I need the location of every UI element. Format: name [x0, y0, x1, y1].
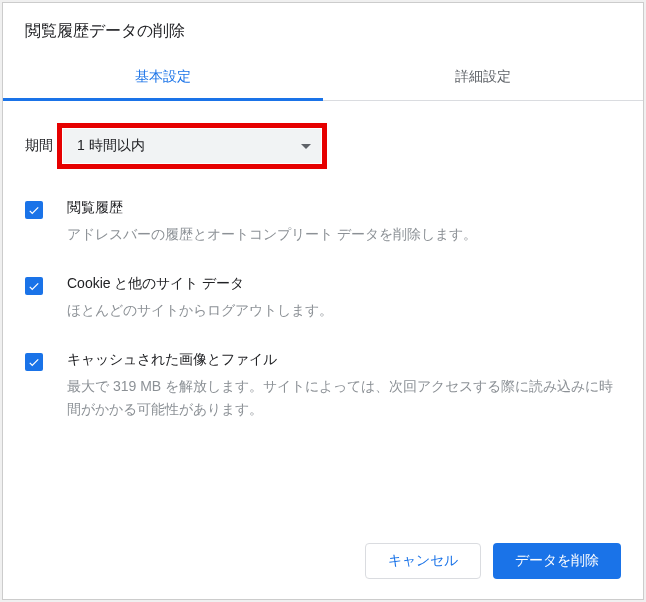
tab-advanced[interactable]: 詳細設定 — [323, 56, 643, 100]
check-icon — [27, 203, 41, 217]
clear-data-button[interactable]: データを削除 — [493, 543, 621, 579]
dialog-body: 期間 1 時間以内 閲覧履歴 アドレスバーの履歴とオートコンプリート データを削… — [3, 101, 643, 527]
dialog-title: 閲覧履歴データの削除 — [3, 3, 643, 56]
check-icon — [27, 279, 41, 293]
tab-basic[interactable]: 基本設定 — [3, 56, 323, 100]
chevron-down-icon — [301, 144, 311, 149]
period-label: 期間 — [25, 137, 53, 155]
option-title: Cookie と他のサイト データ — [67, 275, 621, 293]
option-text: Cookie と他のサイト データ ほとんどのサイトからログアウトします。 — [67, 275, 621, 323]
cancel-button-label: キャンセル — [388, 552, 458, 570]
option-browsing-history: 閲覧履歴 アドレスバーの履歴とオートコンプリート データを削除します。 — [25, 199, 621, 247]
option-text: キャッシュされた画像とファイル 最大で 319 MB を解放します。サイトによっ… — [67, 351, 621, 423]
option-desc: ほとんどのサイトからログアウトします。 — [67, 299, 621, 323]
checkbox-cache[interactable] — [25, 353, 43, 371]
option-title: 閲覧履歴 — [67, 199, 621, 217]
clear-data-button-label: データを削除 — [515, 552, 599, 570]
period-row: 期間 1 時間以内 — [25, 123, 621, 169]
option-text: 閲覧履歴 アドレスバーの履歴とオートコンプリート データを削除します。 — [67, 199, 621, 247]
dialog-footer: キャンセル データを削除 — [3, 527, 643, 599]
option-desc: 最大で 319 MB を解放します。サイトによっては、次回アクセスする際に読み込… — [67, 375, 621, 423]
option-title: キャッシュされた画像とファイル — [67, 351, 621, 369]
time-range-value: 1 時間以内 — [77, 137, 145, 155]
check-icon — [27, 355, 41, 369]
tab-basic-label: 基本設定 — [135, 68, 191, 84]
option-cache: キャッシュされた画像とファイル 最大で 319 MB を解放します。サイトによっ… — [25, 351, 621, 423]
option-desc: アドレスバーの履歴とオートコンプリート データを削除します。 — [67, 223, 621, 247]
time-range-select[interactable]: 1 時間以内 — [63, 129, 321, 163]
checkbox-cookies[interactable] — [25, 277, 43, 295]
clear-browsing-data-dialog: 閲覧履歴データの削除 基本設定 詳細設定 期間 1 時間以内 閲覧履歴 — [2, 2, 644, 600]
tab-advanced-label: 詳細設定 — [455, 68, 511, 84]
highlight-box: 1 時間以内 — [57, 123, 327, 169]
checkbox-browsing-history[interactable] — [25, 201, 43, 219]
option-cookies: Cookie と他のサイト データ ほとんどのサイトからログアウトします。 — [25, 275, 621, 323]
tabs: 基本設定 詳細設定 — [3, 56, 643, 101]
cancel-button[interactable]: キャンセル — [365, 543, 481, 579]
